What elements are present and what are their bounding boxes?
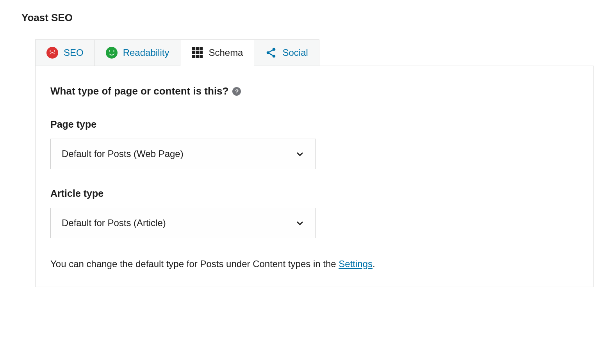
page-type-selected-value: Default for Posts (Web Page): [62, 148, 184, 159]
schema-heading: What type of page or content is this? ?: [50, 85, 578, 97]
tab-readability-label: Readability: [123, 47, 169, 58]
seo-status-icon: [46, 47, 58, 59]
tab-seo-label: SEO: [64, 47, 84, 58]
schema-note-prefix: You can change the default type for Post…: [50, 259, 339, 269]
tab-schema-label: Schema: [209, 47, 243, 58]
yoast-metabox: SEO Readability Schema Social What type …: [35, 39, 594, 287]
svg-point-1: [267, 51, 270, 54]
panel-title: Yoast SEO: [21, 12, 594, 24]
grid-icon: [191, 47, 203, 59]
tab-social-label: Social: [282, 47, 308, 58]
tab-schema[interactable]: Schema: [180, 39, 254, 66]
tab-seo[interactable]: SEO: [35, 39, 95, 66]
help-icon[interactable]: ?: [232, 87, 241, 96]
share-icon: [265, 47, 277, 59]
page-type-label: Page type: [50, 119, 578, 130]
chevron-down-icon: [295, 218, 305, 228]
tab-readability[interactable]: Readability: [94, 39, 181, 66]
schema-panel: What type of page or content is this? ? …: [35, 66, 594, 287]
schema-heading-text: What type of page or content is this?: [50, 85, 228, 97]
article-type-selected-value: Default for Posts (Article): [62, 218, 166, 228]
readability-status-icon: [106, 47, 118, 59]
svg-point-2: [273, 55, 276, 58]
chevron-down-icon: [295, 149, 305, 159]
svg-line-4: [269, 54, 273, 55]
svg-point-0: [273, 48, 276, 51]
tab-bar: SEO Readability Schema Social: [35, 39, 594, 66]
page-type-select[interactable]: Default for Posts (Web Page): [50, 139, 316, 169]
tab-social[interactable]: Social: [254, 39, 319, 66]
svg-line-3: [269, 50, 273, 52]
page-type-field: Page type Default for Posts (Web Page): [50, 119, 578, 169]
settings-link[interactable]: Settings: [339, 259, 373, 269]
schema-note: You can change the default type for Post…: [50, 257, 578, 271]
article-type-field: Article type Default for Posts (Article): [50, 188, 578, 238]
article-type-label: Article type: [50, 188, 578, 199]
article-type-select[interactable]: Default for Posts (Article): [50, 208, 316, 238]
schema-note-suffix: .: [373, 259, 375, 269]
